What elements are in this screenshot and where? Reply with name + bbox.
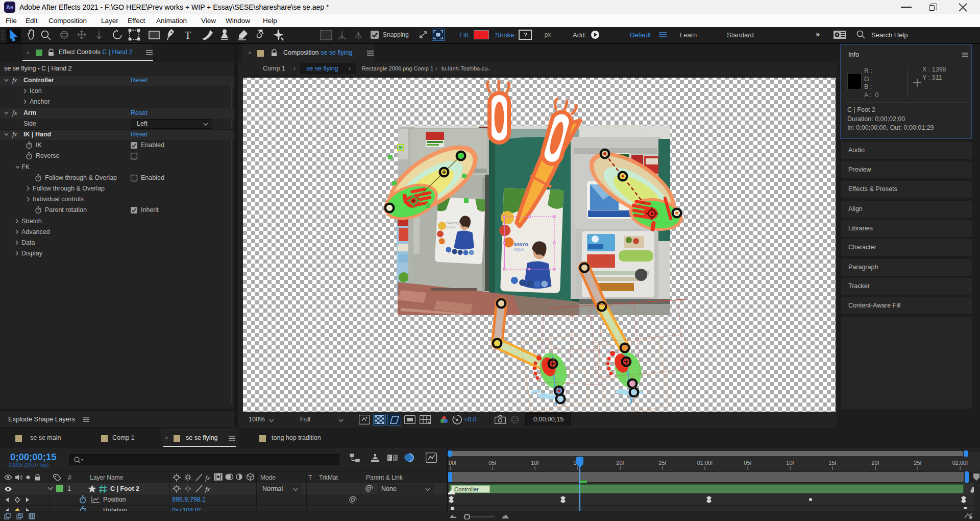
svg-text:fx: fx xyxy=(205,474,210,482)
svg-text:0:00f: 0:00f xyxy=(448,460,457,466)
svg-text:01:00f: 01:00f xyxy=(697,460,714,466)
svg-text:SANYO: SANYO xyxy=(446,221,459,225)
svg-text:fx: fx xyxy=(205,485,210,493)
svg-text:20f: 20f xyxy=(616,460,624,466)
svg-text:02:00f: 02:00f xyxy=(952,460,969,466)
svg-text:25f: 25f xyxy=(658,460,667,466)
svg-text:25f: 25f xyxy=(914,460,922,466)
svg-text:AQUA: AQUA xyxy=(513,247,525,252)
svg-text:05f: 05f xyxy=(488,460,497,466)
svg-text:T: T xyxy=(185,30,191,41)
svg-text:SANYO: SANYO xyxy=(513,242,528,247)
svg-text:20f: 20f xyxy=(871,460,879,466)
svg-text:05f: 05f xyxy=(744,460,752,466)
svg-text:15f: 15f xyxy=(828,460,837,466)
svg-text:10f: 10f xyxy=(786,460,794,466)
svg-text:10f: 10f xyxy=(531,460,539,466)
